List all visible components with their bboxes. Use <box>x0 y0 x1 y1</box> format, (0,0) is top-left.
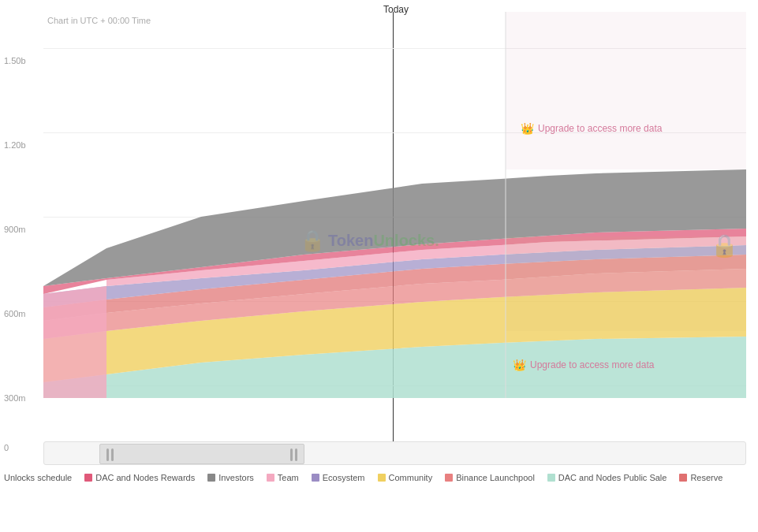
y-label-300m: 300m <box>4 393 26 403</box>
legend-item-reserve: Reserve <box>679 473 723 482</box>
crown-icon-top: 👑 <box>521 122 534 135</box>
scrollbar-grip-right <box>111 448 114 461</box>
legend-dot-reserve <box>679 474 687 482</box>
lock-icon-right: 🔒 <box>711 233 738 259</box>
legend-label-community: Community <box>389 473 433 482</box>
legend-label-team: Team <box>278 473 299 482</box>
svg-rect-0 <box>506 12 746 169</box>
y-label-0: 0 <box>4 443 9 452</box>
legend: Unlocks schedule DAC and Nodes Rewards I… <box>0 473 746 482</box>
y-label-600m: 600m <box>4 309 26 318</box>
legend-item-team: Team <box>267 473 299 482</box>
legend-item-ecosystem: Ecosystem <box>312 473 365 482</box>
legend-dot-ecosystem <box>312 474 319 482</box>
chart-container: Chart in UTC + 00:00 Time Today 1.50b 1.… <box>0 0 758 489</box>
legend-item-dac-rewards: DAC and Nodes Rewards <box>84 473 195 482</box>
scrollbar-grip-right2 <box>295 448 297 461</box>
legend-dot-binance <box>445 474 453 482</box>
scrollbar-grip-right3 <box>290 448 293 461</box>
legend-item-binance: Binance Launchpool <box>445 473 535 482</box>
scrollbar-area[interactable] <box>43 441 746 465</box>
legend-dot-dac-public-sale <box>547 474 555 482</box>
legend-dot-community <box>378 474 386 482</box>
upgrade-badge-top: 👑 Upgrade to access more data <box>521 122 662 135</box>
legend-label-reserve: Reserve <box>690 473 723 482</box>
legend-label-dac-public-sale: DAC and Nodes Public Sale <box>558 473 667 482</box>
legend-item-dac-public-sale: DAC and Nodes Public Sale <box>547 473 667 482</box>
legend-dot-investors <box>207 474 215 482</box>
legend-label-binance: Binance Launchpool <box>456 473 535 482</box>
legend-item-investors: Investors <box>207 473 254 482</box>
y-label-900m: 900m <box>4 225 26 234</box>
scrollbar-grip-left <box>106 448 109 461</box>
legend-label-investors: Investors <box>218 473 254 482</box>
chart-svg <box>43 12 746 398</box>
legend-label-unlocks-schedule: Unlocks schedule <box>4 473 72 482</box>
legend-dot-team <box>267 474 274 482</box>
legend-dot-dac-rewards <box>84 474 92 482</box>
crown-icon-bottom: 👑 <box>513 359 526 371</box>
y-label-120b: 1.20b <box>4 140 26 150</box>
legend-item-community: Community <box>378 473 433 482</box>
legend-label-ecosystem: Ecosystem <box>323 473 365 482</box>
legend-label-dac-rewards: DAC and Nodes Rewards <box>95 473 195 482</box>
y-label-150b: 1.50b <box>4 56 26 65</box>
legend-item-unlocks-schedule: Unlocks schedule <box>4 473 72 482</box>
scrollbar-handle[interactable] <box>99 444 304 464</box>
upgrade-badge-bottom: 👑 Upgrade to access more data <box>513 359 654 371</box>
